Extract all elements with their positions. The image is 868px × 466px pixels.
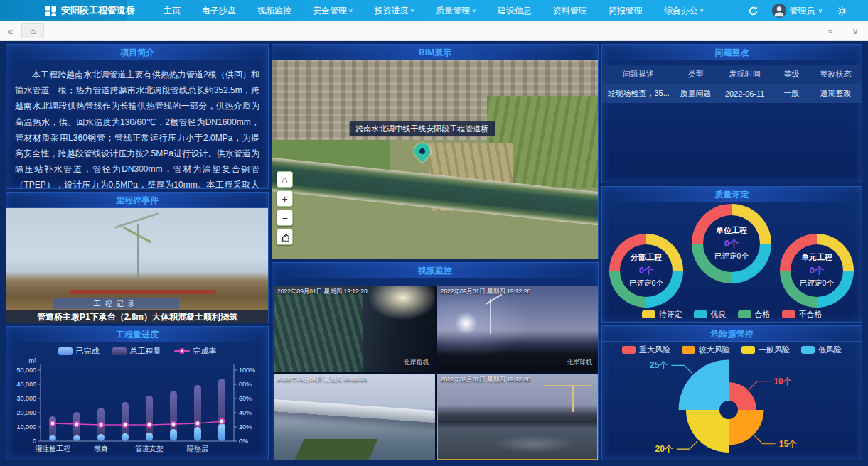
legend-item-总工程量[interactable]: 总工程量 — [112, 346, 161, 357]
tab-bar: « ⌂ » ∨ — [0, 21, 868, 41]
app-brand: 安阳段工程管道桥 — [0, 0, 127, 21]
video-timestamp: 2022年09月01日 星期四 19:12:28 — [277, 376, 368, 384]
nav-item-label: 资料管理 — [553, 5, 587, 17]
quality-donut-2[interactable]: 单位工程0个已评定0个 — [692, 204, 771, 283]
map-model-button[interactable] — [277, 229, 293, 245]
issues-cell: 逾期整改 — [810, 84, 862, 103]
legend-item-重大风险[interactable]: 重大风险 — [622, 343, 670, 356]
map-zoom-out-button[interactable]: − — [277, 210, 293, 226]
legend-swatch — [782, 310, 795, 318]
milestone-photo[interactable]: 工程记录 管道桥主墩P1下承台（2.8m）大体积混凝土顺利浇筑 — [6, 208, 268, 323]
gear-icon[interactable] — [835, 4, 848, 17]
nav-item-9[interactable]: 简报管理 — [609, 5, 643, 17]
svg-text:25个: 25个 — [650, 360, 668, 370]
issues-column-header: 问题描述 — [602, 65, 675, 84]
issues-column-header: 发现时间 — [717, 65, 773, 84]
nav-item-2[interactable]: 电子沙盘 — [202, 5, 236, 17]
tabs-dropdown-icon[interactable]: ∨ — [842, 21, 868, 40]
legend-swatch — [112, 347, 127, 355]
legend-label: 已完成 — [76, 346, 100, 357]
donut-count: 0个 — [724, 237, 739, 250]
donut-count: 0个 — [639, 264, 653, 277]
svg-text:100%: 100% — [239, 367, 255, 374]
nav-item-7[interactable]: 建设信息 — [498, 5, 532, 17]
legend-item-一般风险[interactable]: 一般风险 — [741, 343, 790, 356]
svg-text:10个: 10个 — [773, 376, 791, 386]
panel-issues: 问题整改 问题描述类型发现时间等级整改状态 经现场检查，35...质量问题202… — [601, 44, 862, 183]
donut-name: 分部工程 — [631, 252, 662, 263]
legend-swatch — [622, 346, 636, 354]
nav-item-1[interactable]: 主页 — [164, 5, 181, 17]
svg-text:0%: 0% — [239, 438, 248, 445]
legend-item-较大风险[interactable]: 较大风险 — [682, 343, 730, 356]
expand-tabs-icon[interactable]: » — [818, 21, 842, 40]
panel-project-intro: 项目简介 本工程跨越南水北调管道主要有供热热力管道2根（供回）和输水管道一根；热… — [6, 44, 269, 189]
video-feed-3[interactable]: 2022年09月01日 星期四 19:12:28 — [274, 374, 435, 460]
svg-text:20个: 20个 — [655, 444, 673, 454]
table-row[interactable]: 经现场检查，35...质量问题2022-06-11一般逾期整改 — [602, 84, 862, 103]
svg-text:墩身: 墩身 — [93, 445, 108, 453]
map-pin-label: 跨南水北调中线干线安阳段工程管道桥 — [349, 121, 495, 136]
nav-item-label: 主页 — [164, 5, 181, 17]
svg-text:管道支架: 管道支架 — [135, 445, 164, 453]
legend-line-swatch — [174, 350, 190, 352]
quality-donut-3[interactable]: 单元工程0个已评定0个 — [780, 234, 854, 308]
legend-item-优良[interactable]: 优良 — [694, 309, 727, 320]
panel-quality: 质量评定 待评定优良合格不合格 分部工程0个已评定0个单位工程0个已评定0个单元… — [601, 186, 862, 323]
tab-home[interactable]: ⌂ — [21, 23, 44, 38]
donut-name: 单位工程 — [716, 225, 747, 236]
svg-text:40,000: 40,000 — [16, 381, 36, 388]
legend-swatch — [801, 346, 815, 354]
collapse-tabs-icon[interactable]: « — [7, 25, 13, 37]
concrete-pump-illustration — [114, 212, 159, 229]
video-feed-1[interactable]: 2022年09月01日 星期四 19:12:28北岸枪机 — [274, 286, 435, 372]
legend-item-待评定[interactable]: 待评定 — [642, 309, 682, 320]
quality-donut-1[interactable]: 分部工程0个已评定0个 — [609, 234, 683, 308]
nav-item-label: 简报管理 — [609, 5, 643, 17]
issues-cell: 2022-06-11 — [717, 84, 773, 103]
video-feed-4[interactable]: 2022年09月01日 星期四 19:12:28 — [437, 374, 599, 460]
nav-item-label: 建设信息 — [498, 5, 532, 17]
legend-item-完成率[interactable]: 完成率 — [174, 346, 217, 357]
legend-item-低风险[interactable]: 低风险 — [801, 343, 842, 356]
video-timestamp: 2022年09月01日 星期四 19:12:28 — [277, 288, 368, 296]
legend-label: 一般风险 — [759, 345, 790, 355]
nav-item-label: 质量管理 — [436, 5, 470, 17]
legend-item-合格[interactable]: 合格 — [738, 309, 771, 320]
map-home-button[interactable]: ⌂ — [277, 171, 293, 188]
nav-item-3[interactable]: 视频监控 — [257, 5, 291, 17]
legend-label: 重大风险 — [639, 345, 670, 355]
user-menu[interactable]: 管理员 ∨ — [772, 4, 823, 18]
panel-title: 危险源管控 — [602, 326, 862, 342]
nav-item-4[interactable]: 安全管理∨ — [313, 5, 353, 17]
legend-swatch — [682, 346, 695, 354]
legend-item-不合格[interactable]: 不合格 — [782, 309, 823, 320]
issues-column-header: 整改状态 — [810, 65, 862, 84]
panel-title: 视频监控 — [272, 263, 598, 278]
quality-donuts: 待评定优良合格不合格 分部工程0个已评定0个单位工程0个已评定0个单元工程0个已… — [602, 202, 862, 322]
nav-item-10[interactable]: 综合办公∨ — [664, 5, 704, 17]
video-feed-2[interactable]: 2022年09月01日 星期四 19:12:28北岸球机 — [437, 286, 599, 372]
svg-text:60%: 60% — [239, 395, 252, 402]
nav-item-6[interactable]: 质量管理∨ — [436, 5, 476, 17]
photo-watermark: 工程记录 — [53, 298, 179, 309]
issues-cell: 经现场检查，35... — [602, 84, 675, 103]
nav-item-8[interactable]: 资料管理 — [553, 5, 587, 17]
chevron-down-icon: ∨ — [471, 8, 476, 13]
legend-item-已完成[interactable]: 已完成 — [58, 346, 100, 357]
map-zoom-in-button[interactable]: + — [277, 190, 293, 207]
legend-label: 较大风险 — [699, 345, 730, 355]
milestone-caption: 管道桥主墩P1下承台（2.8m）大体积混凝土顺利浇筑 — [6, 310, 268, 323]
legend-swatch — [58, 347, 73, 355]
video-timestamp: 2022年09月01日 星期四 19:12:28 — [441, 376, 531, 384]
progress-chart-legend: 已完成总工程量完成率 — [6, 345, 268, 357]
risk-legend: 重大风险较大风险一般风险低风险 — [602, 343, 862, 356]
bim-map[interactable]: 跨南水北调中线干线安阳段工程管道桥 ⌂+− — [272, 60, 598, 259]
svg-text:20,000: 20,000 — [16, 409, 36, 416]
svg-text:m³: m³ — [29, 357, 37, 364]
nav-item-label: 视频监控 — [257, 5, 291, 17]
main-nav: 主页电子沙盘视频监控安全管理∨投资进度∨质量管理∨建设信息资料管理简报管理综合办… — [164, 5, 704, 17]
nav-item-5[interactable]: 投资进度∨ — [375, 5, 415, 17]
refresh-icon[interactable] — [746, 4, 759, 17]
dashboard-screen: 安阳段工程管道桥 主页电子沙盘视频监控安全管理∨投资进度∨质量管理∨建设信息资料… — [0, 0, 868, 466]
